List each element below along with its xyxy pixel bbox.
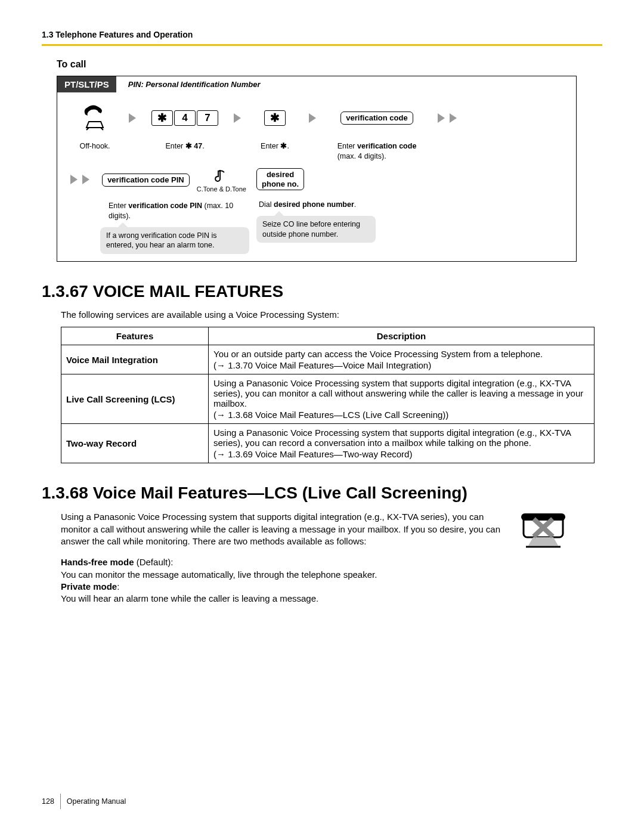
desc-twr: Using a Panasonic Voice Processing syste… [209, 424, 595, 463]
procedure-box: PT/SLT/PS PIN: Personal Identification N… [57, 76, 577, 262]
section-header: 1.3 Telephone Features and Operation [42, 30, 602, 39]
key-star: ✱ [264, 110, 286, 126]
double-arrow-icon [435, 113, 459, 123]
page-footer: 128 Operating Manual [42, 794, 126, 809]
th-description: Description [209, 327, 595, 345]
to-call-heading: To call [57, 59, 602, 70]
co-line-callout: Seize CO line before entering outside ph… [256, 216, 376, 243]
enter-47-caption: Enter ✱ 47. [165, 141, 204, 151]
arrow-icon [309, 113, 316, 123]
pin-note: PIN: Personal Identification Number [128, 80, 261, 89]
section-68-body: Using a Panasonic Voice Processing syste… [61, 511, 509, 550]
procedure-tag: PT/SLT/PS [57, 76, 116, 92]
off-hook-icon [80, 104, 109, 132]
section-1-3-67-heading: 1.3.67 VOICE MAIL FEATURES [42, 282, 602, 301]
header-rule [42, 44, 602, 46]
offhook-caption: Off-hook. [79, 141, 110, 151]
feat-vmi: Voice Mail Integration [61, 345, 209, 374]
verification-code-box: verification code [340, 112, 413, 125]
desc-lcs: Using a Panasonic Voice Processing syste… [209, 374, 595, 424]
hands-free-mode: Hands-free mode (Default): You can monit… [61, 556, 602, 581]
key-7: 7 [197, 110, 218, 126]
arrow-icon [129, 113, 136, 123]
desired-phone-box: desiredphone no. [256, 168, 304, 190]
enter-vcode-caption: Enter verification code (max. 4 digits). [338, 141, 417, 162]
section-1-3-68-heading: 1.3.68 Voice Mail Features—LCS (Live Cal… [42, 484, 602, 503]
feat-twr: Two-way Record [61, 424, 209, 463]
page-number: 128 [42, 797, 60, 806]
desc-vmi: You or an outside party can access the V… [209, 345, 595, 374]
dial-caption: Dial desired phone number. [259, 200, 356, 210]
double-arrow-icon [68, 175, 92, 184]
verification-code-pin-box: verification code PIN [102, 174, 190, 187]
svg-rect-1 [521, 513, 565, 521]
tone-label: C.Tone & D.Tone [197, 185, 246, 193]
tone-icon [214, 168, 228, 185]
enter-pin-caption: Enter verification code PIN (max. 10 dig… [109, 201, 252, 221]
doc-title: Operating Manual [67, 797, 126, 806]
features-table: Features Description Voice Mail Integrat… [61, 327, 595, 463]
private-mode: Private mode: You will hear an alarm ton… [61, 581, 602, 605]
key-star: ✱ [151, 110, 173, 126]
arrow-icon [234, 113, 241, 123]
section-67-intro: The following services are available usi… [61, 309, 602, 320]
th-features: Features [61, 327, 209, 345]
enter-star-caption: Enter ✱. [261, 141, 289, 151]
key-4: 4 [174, 110, 196, 126]
pin-callout: If a wrong verification code PIN is ente… [100, 227, 249, 255]
feat-lcs: Live Call Screening (LCS) [61, 374, 209, 424]
phone-x-icon [520, 511, 566, 553]
